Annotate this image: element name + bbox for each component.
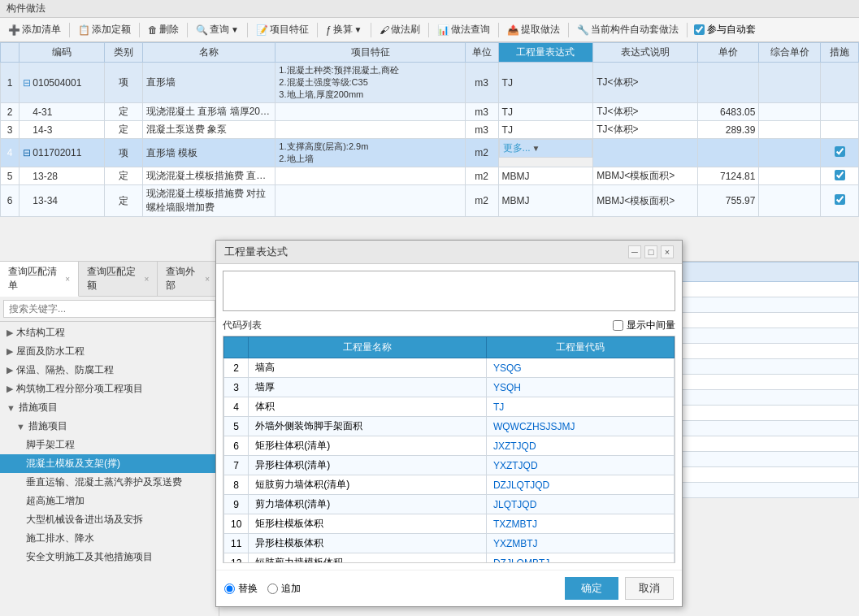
tab-close-3[interactable]: × bbox=[205, 275, 210, 284]
code-row-num: 7 bbox=[224, 456, 249, 475]
row-price: 6483.05 bbox=[697, 103, 759, 121]
code-table-row[interactable]: 12短肢剪力墙模板体积DZJLQMBTJ bbox=[224, 553, 675, 564]
tree-item[interactable]: 脚手架工程 bbox=[0, 436, 219, 454]
delete-button[interactable]: 🗑 删除 bbox=[143, 21, 184, 38]
cancel-button[interactable]: 取消 bbox=[625, 577, 674, 600]
code-table-row[interactable]: 9剪力墙体积(清单)JLQTJQD bbox=[224, 495, 675, 514]
toolbar-sep-8 bbox=[498, 23, 499, 37]
code-row-code[interactable]: JLQTJQD bbox=[486, 495, 674, 514]
method-brush-button[interactable]: 🖌 做法刷 bbox=[375, 21, 425, 38]
dialog-maximize-button[interactable]: □ bbox=[644, 245, 657, 258]
tree-item[interactable]: ▶保温、隔热、防腐工程 bbox=[0, 361, 219, 380]
code-table-row[interactable]: 6矩形柱体积(清单)JXZTJQD bbox=[224, 436, 675, 456]
confirm-button[interactable]: 确定 bbox=[565, 577, 618, 600]
row-measure bbox=[821, 167, 859, 185]
code-table-wrap: 工程量名称 工程量代码 2墙高YSQG3墙厚YSQH4体积TJ5外墙外侧装饰脚手… bbox=[223, 336, 675, 563]
table-row[interactable]: 6 13-34 定 现浇混凝土模板措施费 对拉螺栓墙眼增加费 m2 MBMJ M… bbox=[1, 185, 859, 217]
row-price bbox=[697, 139, 759, 167]
code-table-row[interactable]: 7异形柱体积(清单)YXZTJQD bbox=[224, 456, 675, 475]
extract-icon: 📤 bbox=[507, 24, 519, 36]
query-button[interactable]: 🔍 查询 ▼ bbox=[191, 21, 244, 38]
code-table-row[interactable]: 3墙厚YSQH bbox=[224, 378, 675, 397]
tree-item[interactable]: ▶木结构工程 bbox=[0, 323, 219, 342]
row-code: 4-31 bbox=[20, 103, 105, 121]
extract-method-button[interactable]: 📤 提取做法 bbox=[502, 21, 565, 38]
code-th-code: 工程量代码 bbox=[486, 337, 674, 358]
tree-item[interactable]: 安全文明施工及其他措施项目 bbox=[0, 548, 219, 566]
table-row[interactable]: 4 ⊟011702011 项 直形墙 模板 1.支撑高度(层高):2.9m 2.… bbox=[1, 139, 859, 167]
expr-textarea[interactable] bbox=[223, 271, 675, 311]
tree-item-label: 大型机械设备进出场及安拆 bbox=[26, 513, 143, 527]
tree-item[interactable]: 超高施工增加 bbox=[0, 492, 219, 510]
code-row-code[interactable]: YXZMBTJ bbox=[486, 534, 674, 553]
table-row[interactable]: 5 13-28 定 现浇混凝土模板措施费 直形墙 m2 MBMJ MBMJ<模板… bbox=[1, 167, 859, 185]
auto-method-button[interactable]: 🔧 当前构件自动套做法 bbox=[572, 21, 683, 38]
row-unit: m2 bbox=[465, 185, 498, 217]
tree-item[interactable]: ▶屋面及防水工程 bbox=[0, 342, 219, 361]
table-row[interactable]: 1 ⊟010504001 项 直形墙 1.混凝土种类:预拌混凝土,商砼 2.混凝… bbox=[1, 63, 859, 103]
code-row-code[interactable]: TJ bbox=[486, 397, 674, 417]
code-table-row[interactable]: 5外墙外侧装饰脚手架面积WQWCZHSJSJMJ bbox=[224, 417, 675, 436]
tree-item[interactable]: ▶构筑物工程分部分项工程项目 bbox=[0, 380, 219, 398]
tree-expand-icon: ▶ bbox=[7, 346, 13, 357]
table-row[interactable]: 3 14-3 定 混凝土泵送费 象泵 m3 TJ TJ<体积> 289.39 bbox=[1, 121, 859, 139]
add-list-button[interactable]: ➕ 添加清单 bbox=[3, 21, 66, 38]
code-row-num: 12 bbox=[224, 553, 249, 564]
tree-item-label: 安全文明施工及其他措施项目 bbox=[26, 550, 153, 564]
th-row-num bbox=[1, 43, 20, 63]
project-features-button[interactable]: 📝 项目特征 bbox=[251, 21, 314, 38]
tree-item-label: 措施项目 bbox=[28, 419, 67, 433]
code-table-row[interactable]: 11异形柱模板体积YXZMBTJ bbox=[224, 534, 675, 553]
row-expr[interactable]: 更多... ▼ bbox=[499, 139, 593, 158]
row-measure bbox=[821, 121, 859, 139]
measure-checkbox-4[interactable] bbox=[835, 146, 845, 157]
row-total bbox=[759, 167, 821, 185]
dialog-minimize-button[interactable]: ─ bbox=[628, 245, 641, 258]
search-input[interactable] bbox=[3, 300, 215, 318]
code-row-code[interactable]: JXZTJQD bbox=[486, 436, 674, 456]
tree-item[interactable]: 施工排水、降水 bbox=[0, 529, 219, 548]
code-row-code[interactable]: DZJLQTJQD bbox=[486, 475, 674, 495]
radio-replace-input[interactable] bbox=[224, 583, 235, 594]
code-row-name: 矩形柱体积(清单) bbox=[249, 436, 487, 456]
tab-query-quota[interactable]: 查询匹配定额 × bbox=[79, 262, 158, 296]
code-row-code[interactable]: TXZMBTJ bbox=[486, 514, 674, 534]
code-row-code[interactable]: YSQH bbox=[486, 378, 674, 397]
tree-item[interactable]: ▼措施项目 bbox=[0, 417, 219, 436]
code-table-row[interactable]: 2墙高YSQG bbox=[224, 358, 675, 378]
tab-close-1[interactable]: × bbox=[65, 275, 70, 284]
code-row-code[interactable]: YXZTJQD bbox=[486, 456, 674, 475]
radio-replace[interactable]: 替换 bbox=[224, 582, 258, 596]
participate-auto-checkbox[interactable] bbox=[694, 24, 705, 35]
tree-item[interactable]: 混凝土模板及支架(撑) bbox=[0, 454, 219, 473]
code-row-num: 8 bbox=[224, 475, 249, 495]
code-row-code[interactable]: DZJLQMBTJ bbox=[486, 553, 674, 564]
code-row-code[interactable]: YSQG bbox=[486, 358, 674, 378]
tree-item[interactable]: ▼措施项目 bbox=[0, 398, 219, 417]
radio-append-input[interactable] bbox=[267, 583, 278, 594]
show-intermediate-label[interactable]: 显示中间量 bbox=[613, 319, 675, 332]
measure-checkbox-5[interactable] bbox=[835, 170, 845, 180]
main-table-area: 编码 类别 名称 项目特征 单位 工程量表达式 表达式说明 单价 综合单价 措施… bbox=[0, 42, 859, 262]
table-row[interactable]: 2 4-31 定 现浇混凝土 直形墙 墙厚20cm以内 m3 TJ TJ<体积>… bbox=[1, 103, 859, 121]
dialog-close-button[interactable]: × bbox=[661, 245, 674, 258]
row-price: 289.39 bbox=[697, 121, 759, 139]
radio-append[interactable]: 追加 bbox=[267, 582, 301, 596]
participate-auto-checkbox-label[interactable]: 参与自动套 bbox=[694, 23, 756, 37]
code-table-row[interactable]: 8短肢剪力墙体积(清单)DZJLQTJQD bbox=[224, 475, 675, 495]
tree-item[interactable]: 垂直运输、混凝土蒸汽养护及泵送费 bbox=[0, 473, 219, 492]
code-row-name: 短肢剪力墙模板体积 bbox=[249, 553, 487, 564]
formula-button[interactable]: ƒ 换算 ▼ bbox=[321, 21, 367, 38]
more-expr-button[interactable]: 更多... bbox=[503, 141, 531, 155]
code-table-row[interactable]: 10矩形柱模板体积TXZMBTJ bbox=[224, 514, 675, 534]
show-intermediate-checkbox[interactable] bbox=[613, 320, 623, 331]
code-table-row[interactable]: 4体积TJ bbox=[224, 397, 675, 417]
tab-query-external[interactable]: 查询外部 × bbox=[158, 262, 219, 296]
add-quota-button[interactable]: 📋 添加定额 bbox=[73, 21, 136, 38]
tree-item[interactable]: 大型机械设备进出场及安拆 bbox=[0, 510, 219, 529]
tab-query-list[interactable]: 查询匹配清单 × bbox=[0, 262, 79, 297]
measure-checkbox-6[interactable] bbox=[835, 194, 845, 205]
method-query-button[interactable]: 📊 做法查询 bbox=[432, 21, 495, 38]
tab-close-2[interactable]: × bbox=[144, 275, 149, 284]
code-row-code[interactable]: WQWCZHSJSJMJ bbox=[486, 417, 674, 436]
